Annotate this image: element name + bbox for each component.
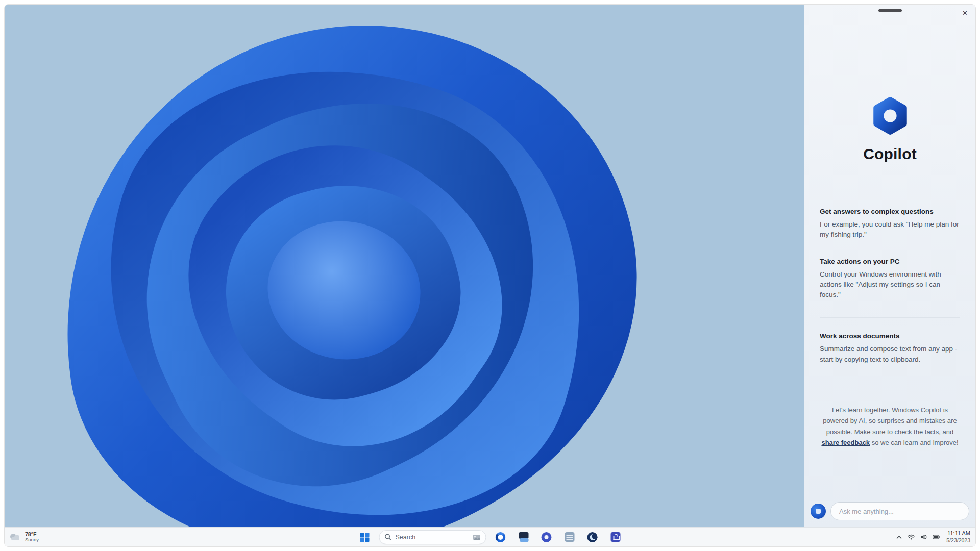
capability-section: Get answers to complex questions For exa… xyxy=(820,208,960,240)
panel-title: Copilot xyxy=(804,145,975,163)
chat-input-row xyxy=(811,502,969,520)
share-feedback-link[interactable]: share feedback xyxy=(821,439,870,446)
capability-section: Take actions on your PC Control your Win… xyxy=(820,258,960,300)
clock-date: 5/23/2023 xyxy=(946,537,970,544)
tray-chevron-up-button[interactable] xyxy=(896,535,902,539)
store-app-icon xyxy=(610,532,620,542)
section-heading: Get answers to complex questions xyxy=(820,208,960,215)
taskbar-center-group: Search xyxy=(356,530,624,545)
taskbar: 78°F Sunny xyxy=(5,527,975,546)
section-body: Summarize and compose text from any app … xyxy=(820,344,960,365)
content-row: ✕ Copilot xyxy=(5,5,975,527)
section-heading: Work across documents xyxy=(820,332,960,340)
chevron-up-icon xyxy=(896,535,902,539)
file-explorer-icon xyxy=(519,532,528,542)
tray-wifi-button[interactable] xyxy=(908,534,915,540)
close-icon[interactable]: ✕ xyxy=(961,8,969,18)
taskbar-chat-button[interactable] xyxy=(538,530,555,545)
panel-drag-handle[interactable] xyxy=(878,9,902,12)
copilot-app-icon xyxy=(496,532,506,542)
section-body: For example, you could ask "Help me plan… xyxy=(820,219,960,240)
weather-condition: Sunny xyxy=(25,537,39,543)
copilot-logo-icon xyxy=(869,94,912,137)
tray-volume-button[interactable] xyxy=(920,534,927,540)
taskbar-file-explorer-button[interactable] xyxy=(515,530,532,545)
disclaimer-text: so we can learn and improve! xyxy=(870,439,958,446)
weather-cloud-icon xyxy=(9,532,22,541)
desktop-wallpaper xyxy=(5,5,804,527)
battery-icon xyxy=(933,535,940,539)
system-tray: 11:11 AM 5/23/2023 xyxy=(896,530,970,544)
windows-logo-icon xyxy=(360,532,370,542)
wifi-icon xyxy=(908,534,915,540)
chat-app-icon xyxy=(542,532,552,542)
copilot-panel: ✕ Copilot xyxy=(804,5,975,527)
documents-app-icon xyxy=(565,532,574,542)
search-highlights-icon xyxy=(473,534,481,541)
start-button[interactable] xyxy=(356,530,374,545)
speaker-icon xyxy=(920,534,927,540)
tray-battery-button[interactable] xyxy=(933,535,940,539)
ask-me-anything-input[interactable] xyxy=(830,502,969,520)
search-icon xyxy=(385,534,391,540)
ai-disclaimer: Let's learn together. Windows Copilot is… xyxy=(804,405,975,448)
viewport: ✕ Copilot xyxy=(4,4,976,547)
section-divider xyxy=(820,317,960,318)
disclaimer-text: Let's learn together. Windows Copilot is… xyxy=(823,406,957,436)
taskbar-edge-button[interactable] xyxy=(584,530,601,545)
taskbar-store-button[interactable] xyxy=(607,530,624,545)
clock-time: 11:11 AM xyxy=(946,530,970,537)
taskbar-copilot-button[interactable] xyxy=(492,530,509,545)
weather-widget[interactable]: 78°F Sunny xyxy=(9,531,39,543)
edge-browser-icon xyxy=(587,532,598,542)
search-box[interactable]: Search xyxy=(379,530,486,544)
copilot-avatar-icon xyxy=(811,504,826,519)
section-heading: Take actions on your PC xyxy=(820,258,960,265)
taskbar-documents-button[interactable] xyxy=(561,530,578,545)
clock[interactable]: 11:11 AM 5/23/2023 xyxy=(946,530,970,544)
capability-section: Work across documents Summarize and comp… xyxy=(820,332,960,365)
section-body: Control your Windows environment with ac… xyxy=(820,269,960,300)
search-label: Search xyxy=(396,534,469,541)
screen: ✕ Copilot xyxy=(0,0,980,551)
